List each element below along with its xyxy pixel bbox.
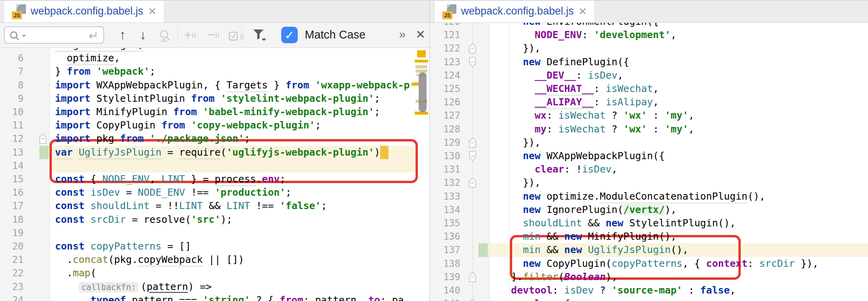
line-number[interactable]: 128 xyxy=(431,123,460,136)
line-number[interactable]: 23 xyxy=(1,280,24,294)
code-line[interactable]: NODE_ENV: 'development', xyxy=(499,28,677,42)
line-number[interactable]: 132 xyxy=(431,176,460,189)
line-number[interactable]: 133 xyxy=(431,190,460,203)
code-line[interactable]: wx: isWechat ? 'wx' : 'my', xyxy=(499,109,694,122)
line-number[interactable]: 135 xyxy=(431,217,460,230)
code-line[interactable]: optimize, xyxy=(55,51,120,65)
next-occurrence-icon[interactable]: ↓ xyxy=(134,28,152,42)
close-tab-icon[interactable]: ✕ xyxy=(579,6,587,17)
line-number[interactable]: 124 xyxy=(431,69,460,82)
line-number[interactable]: 10 xyxy=(1,105,24,119)
code-line[interactable]: min && new MinifyPlugin(), xyxy=(499,230,677,243)
line-number[interactable]: 12 xyxy=(1,132,24,145)
line-number[interactable]: 13 xyxy=(1,146,24,159)
code-line[interactable]: __ALIPAY__: isAlipay, xyxy=(499,95,659,109)
code-line[interactable]: import pkg from './package.json'; xyxy=(55,132,250,145)
code-line[interactable]: devtool: isDev ? 'source-map' : false, xyxy=(499,284,736,297)
editor-right[interactable]: 120 new EnvironmentPlugin({121 NODE_ENV:… xyxy=(430,23,868,301)
code-line[interactable]: import CopyPlugin from 'copy-webpack-plu… xyxy=(55,119,321,132)
line-number[interactable]: 122 xyxy=(431,42,460,55)
line-number[interactable]: 138 xyxy=(431,257,460,270)
line-number[interactable]: 15 xyxy=(1,173,24,186)
code-line[interactable]: ].filter(Boolean), xyxy=(499,270,617,284)
code-line[interactable]: }), xyxy=(499,176,540,189)
code-line[interactable]: callbackfn:(pattern) => xyxy=(55,280,212,294)
line-number[interactable]: 14 xyxy=(1,159,24,173)
code-line[interactable]: import StylelintPlugin from 'stylelint-w… xyxy=(55,92,380,105)
code-line[interactable]: .map( xyxy=(55,266,96,280)
match-case-label[interactable]: Match Case xyxy=(305,28,366,41)
tab-webpack-config-left[interactable]: JS webpack.config.babel.js ✕ xyxy=(4,0,165,22)
editor-left[interactable]: 5 IgnorePlugin,6 optimize,7} from 'webpa… xyxy=(0,48,429,301)
code-line[interactable]: __DEV__: isDev, xyxy=(499,69,623,82)
stripe-mark[interactable] xyxy=(412,83,419,86)
line-number[interactable]: 127 xyxy=(431,109,460,122)
line-number[interactable]: 129 xyxy=(431,136,460,149)
close-tab-icon[interactable]: ✕ xyxy=(148,6,157,17)
code-line[interactable]: new CopyPlugin(copyPatterns, { context: … xyxy=(499,257,819,270)
search-history-chevron-icon[interactable] xyxy=(22,35,26,39)
line-number[interactable]: 137 xyxy=(431,243,460,257)
code-line[interactable]: typeof pattern === 'string' ? { from: pa… xyxy=(55,294,404,301)
line-number[interactable]: 120 xyxy=(431,23,460,28)
fold-marker-icon[interactable] xyxy=(468,272,477,284)
code-line[interactable]: const copyPatterns = [] xyxy=(55,240,191,253)
remove-occurrence-icon[interactable]: −II xyxy=(205,28,222,43)
fold-marker-icon[interactable] xyxy=(468,137,477,150)
line-number[interactable]: 7 xyxy=(1,65,24,78)
code-line[interactable]: resolve: { xyxy=(499,297,570,301)
fold-marker-icon[interactable] xyxy=(38,133,47,146)
line-number[interactable]: 139 xyxy=(431,270,460,284)
code-line[interactable]: const shouldLint = !!LINT && LINT !== 'f… xyxy=(55,199,327,213)
vcs-change-bar[interactable] xyxy=(39,146,49,159)
code-line[interactable]: new IgnorePlugin(/vertx/), xyxy=(499,203,677,217)
line-number[interactable]: 18 xyxy=(1,213,24,226)
pane-divider[interactable] xyxy=(429,0,430,301)
line-number[interactable]: 20 xyxy=(1,240,24,253)
more-options-icon[interactable]: » xyxy=(399,28,406,41)
line-number[interactable]: 16 xyxy=(1,186,24,199)
code-line[interactable]: new optimize.ModuleConcatenationPlugin()… xyxy=(499,190,765,203)
code-line[interactable]: const isDev = NODE_ENV !== 'production'; xyxy=(55,186,291,199)
line-number[interactable]: 9 xyxy=(1,92,24,105)
fold-marker-icon[interactable] xyxy=(468,298,477,301)
line-number[interactable]: 21 xyxy=(1,253,24,266)
line-number[interactable]: 131 xyxy=(431,163,460,176)
line-number[interactable]: 6 xyxy=(1,51,24,65)
line-number[interactable]: 8 xyxy=(1,79,24,92)
stripe-mark[interactable] xyxy=(415,60,428,62)
line-number[interactable]: 22 xyxy=(1,266,24,280)
scrollbar-thumb[interactable] xyxy=(419,72,427,112)
tab-webpack-config-right[interactable]: JS webpack.config.babel.js ✕ xyxy=(434,0,595,22)
code-line[interactable]: min && new UglifyJsPlugin(), xyxy=(499,243,689,257)
code-line[interactable]: new EnvironmentPlugin({ xyxy=(499,23,659,28)
line-number[interactable]: 141 xyxy=(431,297,460,301)
code-line[interactable]: import WXAppWebpackPlugin, { Targets } f… xyxy=(55,79,410,92)
line-number[interactable]: 121 xyxy=(431,28,460,42)
code-line[interactable]: IgnorePlugin, xyxy=(55,48,144,51)
filter-chevron-icon[interactable] xyxy=(262,39,266,43)
search-input[interactable]: ↵ xyxy=(4,26,104,44)
code-line[interactable]: clear: !isDev, xyxy=(499,163,617,176)
code-line[interactable]: my: isWechat ? 'wx' : 'my', xyxy=(499,123,694,136)
line-number[interactable]: 125 xyxy=(431,82,460,95)
find-all-icon[interactable] xyxy=(156,29,174,45)
code-line[interactable]: import MinifyPlugin from 'babel-minify-w… xyxy=(55,105,380,119)
fold-marker-icon[interactable] xyxy=(468,57,477,69)
stripe-mark[interactable] xyxy=(417,50,426,57)
fold-marker-icon[interactable] xyxy=(468,150,477,163)
line-number[interactable]: 123 xyxy=(431,55,460,69)
add-occurrence-icon[interactable]: +II xyxy=(181,28,199,43)
close-search-icon[interactable]: ✕ xyxy=(416,28,425,41)
line-number[interactable]: 130 xyxy=(431,149,460,163)
code-line[interactable]: }), xyxy=(499,136,540,149)
code-line[interactable]: var UglifyJsPlugin = require('uglifyjs-w… xyxy=(55,146,380,159)
line-number[interactable]: 126 xyxy=(431,95,460,109)
fold-marker-icon[interactable] xyxy=(468,177,477,190)
code-line[interactable]: __WECHAT__: isWechat, xyxy=(499,82,659,95)
code-line[interactable]: }), xyxy=(499,42,540,55)
code-line[interactable]: const { NODE_ENV, LINT } = process.env; xyxy=(55,173,286,186)
stripe-mark[interactable] xyxy=(416,65,427,68)
fold-marker-icon[interactable] xyxy=(468,43,477,55)
match-case-checkbox[interactable]: ✓ xyxy=(281,27,298,43)
